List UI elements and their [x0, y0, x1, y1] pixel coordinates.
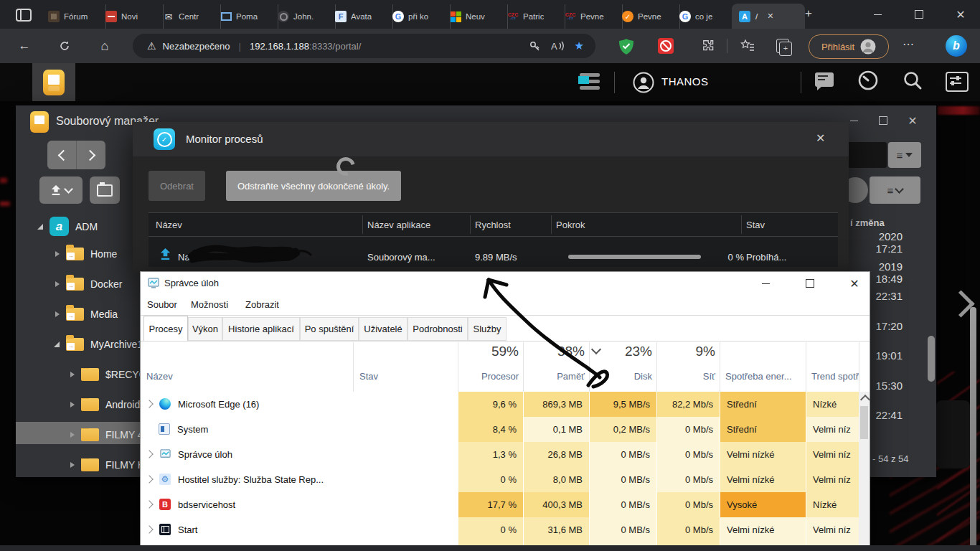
- tree-item-filmy-4k[interactable]: FILMY 4K: [70, 428, 140, 441]
- browser-menu-dots[interactable]: ⋯: [903, 37, 914, 51]
- scrollbar-up-arrow-icon[interactable]: [859, 395, 870, 405]
- browser-tab-microsoft[interactable]: Neuv: [443, 4, 508, 29]
- expand-chevron-icon[interactable]: [146, 500, 154, 508]
- fm-new-folder-button[interactable]: [90, 176, 120, 204]
- expander-open-icon[interactable]: [37, 224, 43, 230]
- menu-moznosti[interactable]: Možnosti: [191, 299, 228, 310]
- network-total-percent[interactable]: 9%: [656, 344, 715, 359]
- tm-scrollbar-track[interactable]: [859, 392, 870, 550]
- fm-view-mode-button[interactable]: ≡: [870, 176, 920, 204]
- bing-sidebar-icon[interactable]: b: [946, 35, 967, 57]
- address-bar[interactable]: ⚠ Nezabezpečeno | 192.168.1.188 :8333/po…: [133, 34, 595, 58]
- window-maximize-button[interactable]: [910, 5, 928, 24]
- tm-minimize-button[interactable]: [756, 274, 775, 293]
- tm-maximize-button[interactable]: [801, 274, 819, 293]
- user-avatar-icon[interactable]: [633, 72, 654, 93]
- col-header-nazev[interactable]: Název: [146, 371, 173, 382]
- tree-item-android[interactable]: Android: [70, 398, 140, 411]
- process-row[interactable]: Správce úloh 1,3 % 26,8 MB 0 MB/s 0 Mb/s…: [141, 442, 859, 467]
- fm-upload-button[interactable]: [39, 176, 83, 204]
- collections-icon[interactable]: +: [776, 39, 789, 53]
- tm-close-button[interactable]: ✕: [845, 274, 864, 293]
- process-row[interactable]: B bdservicehost 17,7 % 400,3 MB 0 MB/s 0…: [141, 492, 859, 517]
- search-icon[interactable]: [903, 70, 923, 90]
- fm-close-button[interactable]: ✕: [903, 111, 922, 130]
- window-minimize-button[interactable]: [868, 5, 887, 24]
- tree-item-docker[interactable]: Docker: [55, 278, 122, 291]
- preferences-sliders-icon[interactable]: [946, 72, 969, 92]
- column-header[interactable]: Pokrok: [556, 220, 585, 230]
- expander-closed-icon[interactable]: [55, 311, 60, 317]
- process-row[interactable]: Start 0 % 31,6 MB 0 MB/s 0 Mb/s Velmi ní…: [141, 517, 859, 542]
- process-row[interactable]: ⚙ Hostitel služby: Služba State Rep... 0…: [141, 467, 859, 492]
- col-header-disk[interactable]: Disk: [589, 371, 652, 382]
- browser-tab-centrum[interactable]: ✉ Centr: [156, 4, 221, 29]
- home-button[interactable]: ⌂: [93, 34, 116, 57]
- expander-closed-icon[interactable]: [70, 402, 75, 408]
- browser-tab-google-1[interactable]: G při ko: [386, 4, 451, 29]
- task-name[interactable]: Nahrát:: [178, 252, 209, 263]
- expander-closed-icon[interactable]: [55, 251, 60, 257]
- tree-item-media[interactable]: Media: [55, 308, 118, 321]
- tm-tab-procesy[interactable]: Procesy: [143, 316, 188, 342]
- col-header-procesor[interactable]: Procesor: [458, 371, 519, 382]
- tree-item-home[interactable]: Home: [55, 248, 117, 260]
- tree-item-filmy-hd[interactable]: FILMY HD: [70, 458, 140, 471]
- browser-tab-novinky[interactable]: Novi: [99, 4, 164, 29]
- tm-tab-sluzby[interactable]: Služby: [468, 317, 507, 341]
- read-aloud-icon[interactable]: A: [551, 40, 565, 52]
- tree-item-recycle[interactable]: $RECYCLE: [70, 368, 140, 381]
- menu-zobrazit[interactable]: Zobrazit: [245, 299, 279, 310]
- back-button[interactable]: ←: [13, 34, 36, 57]
- browser-tab-heureka[interactable]: ✓ Pevne: [616, 4, 680, 29]
- tm-scrollbar-thumb[interactable]: [860, 406, 868, 439]
- taskbar-file-manager-button[interactable]: [32, 63, 75, 101]
- clear-completed-button[interactable]: Odstraňte všechny dokončené úkoly.: [226, 171, 401, 201]
- fm-maximize-button[interactable]: [874, 111, 892, 130]
- tm-tab-po-spusteni[interactable]: Po spuštění: [300, 317, 359, 341]
- browser-tab-active-asustor[interactable]: A / ✕: [732, 4, 805, 29]
- browser-tab-pomahame[interactable]: Poma: [214, 4, 278, 29]
- signin-button[interactable]: Přihlásit: [809, 34, 889, 59]
- address-path[interactable]: :8333/portal/: [309, 41, 361, 52]
- resource-monitor-gauge-icon[interactable]: [858, 70, 878, 90]
- expander-closed-icon[interactable]: [70, 432, 75, 438]
- memory-total-percent[interactable]: 38%: [523, 344, 585, 359]
- browser-tab-avatar[interactable]: F Avata: [329, 4, 393, 29]
- insecure-warning-icon[interactable]: ⚠: [147, 40, 156, 52]
- tree-item-adm[interactable]: a ADM: [37, 217, 98, 236]
- expander-closed-icon[interactable]: [70, 462, 75, 468]
- col-header-stav[interactable]: Stav: [359, 371, 378, 382]
- browser-tab-czc-2[interactable]: CZC.cz Pevne: [558, 4, 623, 29]
- remove-task-button[interactable]: Odebrat: [149, 171, 205, 201]
- extensions-puzzle-icon[interactable]: [702, 39, 716, 53]
- col-header-trend[interactable]: Trend spotř: [811, 371, 859, 382]
- reload-button[interactable]: [53, 34, 76, 57]
- tm-tab-historie[interactable]: Historie aplikací: [222, 317, 300, 341]
- browser-tab-forum[interactable]: Fórum: [42, 4, 106, 29]
- browser-tab-john[interactable]: John.: [271, 4, 336, 29]
- tm-tab-vykon[interactable]: Výkon: [188, 317, 222, 341]
- adblock-icon[interactable]: [658, 38, 674, 54]
- browser-tab-google-2[interactable]: G co je: [673, 4, 737, 29]
- tm-tab-podrobnosti[interactable]: Podrobnosti: [407, 317, 468, 341]
- tm-tab-uzivatele[interactable]: Uživatelé: [359, 317, 407, 341]
- favorite-star-icon[interactable]: ★: [575, 39, 584, 52]
- messages-icon[interactable]: [815, 72, 834, 87]
- tree-item-myarchive1[interactable]: MyArchive1: [54, 338, 143, 351]
- tab-close-icon[interactable]: ✕: [767, 11, 773, 21]
- expand-chevron-icon[interactable]: [146, 475, 154, 483]
- process-row[interactable]: System 8,4 % 0,1 MB 0,2 MB/s 0 Mb/s Stře…: [141, 417, 859, 442]
- expander-closed-icon[interactable]: [55, 281, 60, 287]
- list-column-header[interactable]: í změna: [850, 217, 885, 228]
- address-host[interactable]: 192.168.1.188: [250, 41, 309, 52]
- column-header[interactable]: Stav: [746, 220, 765, 230]
- dialog-close-button[interactable]: ✕: [816, 131, 825, 145]
- adguard-shield-icon[interactable]: [618, 38, 634, 55]
- expand-chevron-icon[interactable]: [146, 450, 154, 458]
- fm-back-button[interactable]: [47, 141, 77, 169]
- fm-sort-button[interactable]: ≡: [888, 142, 921, 168]
- open-apps-icon[interactable]: [578, 73, 601, 92]
- expander-open-icon[interactable]: [54, 342, 60, 347]
- column-header[interactable]: Název aplikace: [367, 220, 430, 230]
